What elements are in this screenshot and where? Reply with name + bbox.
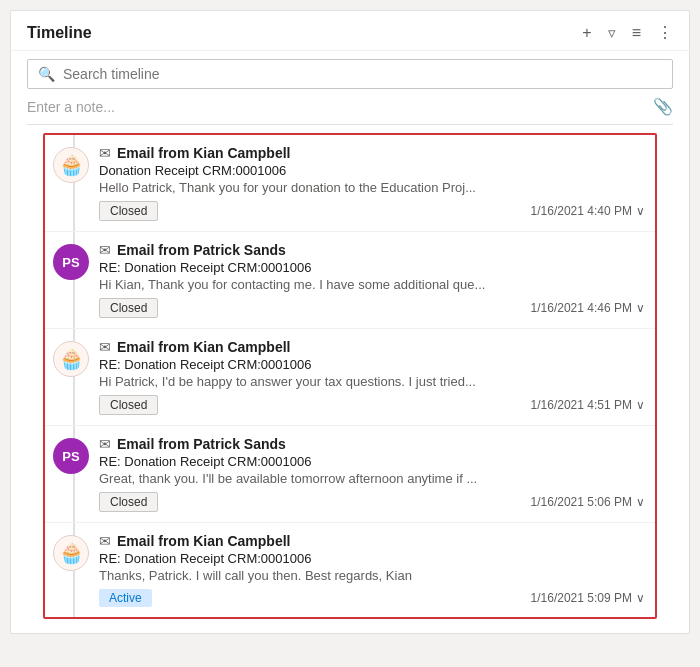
timeline-item[interactable]: 🧁✉Email from Kian CampbellRE: Donation R… bbox=[45, 523, 655, 617]
item-timestamp: 1/16/2021 5:09 PM∨ bbox=[531, 591, 645, 605]
email-icon: ✉ bbox=[99, 339, 111, 355]
timestamp-text: 1/16/2021 4:51 PM bbox=[531, 398, 632, 412]
status-badge: Closed bbox=[99, 298, 158, 318]
search-input[interactable] bbox=[63, 66, 662, 82]
item-subject: RE: Donation Receipt CRM:0001006 bbox=[99, 454, 645, 469]
item-header: ✉Email from Kian Campbell bbox=[99, 145, 645, 161]
item-content: ✉Email from Patrick SandsRE: Donation Re… bbox=[99, 436, 645, 512]
avatar: 🧁 bbox=[53, 147, 89, 183]
timeline-outer: 🧁✉Email from Kian CampbellDonation Recei… bbox=[43, 133, 657, 619]
item-title: Email from Kian Campbell bbox=[117, 533, 290, 549]
expand-chevron-icon[interactable]: ∨ bbox=[636, 495, 645, 509]
status-badge: Closed bbox=[99, 492, 158, 512]
item-content: ✉Email from Patrick SandsRE: Donation Re… bbox=[99, 242, 645, 318]
item-subject: RE: Donation Receipt CRM:0001006 bbox=[99, 357, 645, 372]
filter-icon[interactable]: ▿ bbox=[608, 24, 616, 42]
expand-chevron-icon[interactable]: ∨ bbox=[636, 398, 645, 412]
item-header: ✉Email from Kian Campbell bbox=[99, 339, 645, 355]
email-icon: ✉ bbox=[99, 533, 111, 549]
timeline-wrapper: 🧁✉Email from Kian CampbellDonation Recei… bbox=[27, 133, 673, 619]
timeline-inner: 🧁✉Email from Kian CampbellDonation Recei… bbox=[45, 135, 655, 617]
add-icon[interactable]: + bbox=[582, 24, 591, 42]
timestamp-text: 1/16/2021 5:09 PM bbox=[531, 591, 632, 605]
note-placeholder[interactable]: Enter a note... bbox=[27, 99, 653, 115]
attachment-icon[interactable]: 📎 bbox=[653, 97, 673, 116]
timeline-item[interactable]: PS✉Email from Patrick SandsRE: Donation … bbox=[45, 232, 655, 329]
item-footer: Closed1/16/2021 4:51 PM∨ bbox=[99, 395, 645, 415]
sort-icon[interactable]: ≡ bbox=[632, 24, 641, 42]
item-subject: RE: Donation Receipt CRM:0001006 bbox=[99, 260, 645, 275]
item-title: Email from Patrick Sands bbox=[117, 436, 286, 452]
header-icons: + ▿ ≡ ⋮ bbox=[582, 23, 673, 42]
more-icon[interactable]: ⋮ bbox=[657, 23, 673, 42]
item-preview: Thanks, Patrick. I will call you then. B… bbox=[99, 568, 619, 583]
item-preview: Great, thank you. I'll be available tomo… bbox=[99, 471, 619, 486]
avatar: PS bbox=[53, 244, 89, 280]
item-title: Email from Patrick Sands bbox=[117, 242, 286, 258]
item-preview: Hello Patrick, Thank you for your donati… bbox=[99, 180, 619, 195]
search-bar: 🔍 bbox=[27, 59, 673, 89]
item-subject: Donation Receipt CRM:0001006 bbox=[99, 163, 645, 178]
item-title: Email from Kian Campbell bbox=[117, 339, 290, 355]
expand-chevron-icon[interactable]: ∨ bbox=[636, 301, 645, 315]
avatar: 🧁 bbox=[53, 535, 89, 571]
item-header: ✉Email from Patrick Sands bbox=[99, 242, 645, 258]
item-content: ✉Email from Kian CampbellRE: Donation Re… bbox=[99, 339, 645, 415]
expand-chevron-icon[interactable]: ∨ bbox=[636, 591, 645, 605]
expand-chevron-icon[interactable]: ∨ bbox=[636, 204, 645, 218]
item-timestamp: 1/16/2021 4:46 PM∨ bbox=[531, 301, 645, 315]
item-timestamp: 1/16/2021 5:06 PM∨ bbox=[531, 495, 645, 509]
timeline-items-container: 🧁✉Email from Kian CampbellDonation Recei… bbox=[45, 135, 655, 617]
timeline-item[interactable]: PS✉Email from Patrick SandsRE: Donation … bbox=[45, 426, 655, 523]
timeline-item[interactable]: 🧁✉Email from Kian CampbellDonation Recei… bbox=[45, 135, 655, 232]
item-header: ✉Email from Kian Campbell bbox=[99, 533, 645, 549]
avatar: PS bbox=[53, 438, 89, 474]
item-footer: Closed1/16/2021 5:06 PM∨ bbox=[99, 492, 645, 512]
timestamp-text: 1/16/2021 4:40 PM bbox=[531, 204, 632, 218]
item-timestamp: 1/16/2021 4:40 PM∨ bbox=[531, 204, 645, 218]
item-content: ✉Email from Kian CampbellDonation Receip… bbox=[99, 145, 645, 221]
timestamp-text: 1/16/2021 5:06 PM bbox=[531, 495, 632, 509]
email-icon: ✉ bbox=[99, 145, 111, 161]
item-timestamp: 1/16/2021 4:51 PM∨ bbox=[531, 398, 645, 412]
timestamp-text: 1/16/2021 4:46 PM bbox=[531, 301, 632, 315]
item-footer: Closed1/16/2021 4:40 PM∨ bbox=[99, 201, 645, 221]
item-title: Email from Kian Campbell bbox=[117, 145, 290, 161]
panel-title: Timeline bbox=[27, 24, 582, 42]
item-header: ✉Email from Patrick Sands bbox=[99, 436, 645, 452]
email-icon: ✉ bbox=[99, 436, 111, 452]
note-bar: Enter a note... 📎 bbox=[27, 97, 673, 125]
item-footer: Closed1/16/2021 4:46 PM∨ bbox=[99, 298, 645, 318]
item-preview: Hi Kian, Thank you for contacting me. I … bbox=[99, 277, 619, 292]
status-badge: Closed bbox=[99, 201, 158, 221]
item-content: ✉Email from Kian CampbellRE: Donation Re… bbox=[99, 533, 645, 607]
status-badge: Closed bbox=[99, 395, 158, 415]
timeline-item[interactable]: 🧁✉Email from Kian CampbellRE: Donation R… bbox=[45, 329, 655, 426]
email-icon: ✉ bbox=[99, 242, 111, 258]
timeline-panel: Timeline + ▿ ≡ ⋮ 🔍 Enter a note... 📎 🧁✉E… bbox=[10, 10, 690, 634]
avatar: 🧁 bbox=[53, 341, 89, 377]
item-footer: Active1/16/2021 5:09 PM∨ bbox=[99, 589, 645, 607]
item-subject: RE: Donation Receipt CRM:0001006 bbox=[99, 551, 645, 566]
panel-header: Timeline + ▿ ≡ ⋮ bbox=[11, 11, 689, 51]
search-icon: 🔍 bbox=[38, 66, 55, 82]
item-preview: Hi Patrick, I'd be happy to answer your … bbox=[99, 374, 619, 389]
status-badge: Active bbox=[99, 589, 152, 607]
